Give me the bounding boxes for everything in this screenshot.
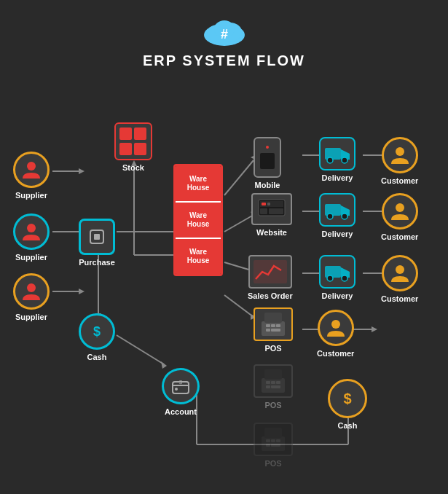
supplier-1: Supplier [13, 152, 50, 200]
pos-dim-2: POS [254, 423, 293, 468]
svg-text:$: $ [343, 391, 351, 407]
svg-point-100 [396, 147, 404, 156]
svg-point-94 [327, 213, 333, 219]
delivery-3: Delivery [319, 255, 355, 300]
svg-point-103 [331, 320, 340, 329]
stock-node: Stock [114, 122, 152, 172]
warehouse-column: Ware House Ware House Ware House [173, 164, 223, 276]
svg-rect-85 [276, 439, 280, 442]
svg-rect-80 [271, 385, 280, 388]
svg-text:$: $ [93, 324, 101, 339]
svg-rect-64 [262, 203, 266, 205]
page-title: ERP SYSTEM FLOW [143, 52, 305, 69]
svg-text:$: $ [179, 379, 183, 385]
warehouse-3: Ware House [176, 239, 221, 274]
pos-dim-1: POS [254, 364, 293, 409]
svg-rect-75 [264, 369, 282, 380]
svg-line-23 [224, 215, 254, 232]
mobile-node: Mobile [254, 137, 281, 189]
svg-point-95 [342, 213, 347, 219]
customer-pos: Customer [317, 310, 354, 358]
svg-marker-5 [79, 289, 85, 294]
svg-marker-44 [372, 326, 377, 332]
svg-rect-92 [325, 204, 341, 216]
svg-rect-96 [325, 266, 341, 278]
svg-point-99 [342, 275, 347, 281]
customer-3: Customer [381, 255, 418, 303]
svg-rect-87 [271, 444, 280, 447]
delivery-1: Delivery [319, 137, 355, 182]
svg-rect-83 [266, 439, 270, 442]
svg-point-91 [342, 157, 347, 163]
svg-rect-68 [264, 313, 282, 323]
svg-rect-70 [271, 324, 275, 327]
svg-rect-79 [266, 385, 270, 388]
svg-point-90 [327, 157, 333, 163]
svg-rect-62 [260, 208, 267, 214]
svg-rect-63 [269, 208, 283, 214]
svg-rect-72 [266, 329, 270, 332]
delivery-2: Delivery [319, 193, 355, 238]
warehouse-1: Ware House [176, 166, 221, 203]
svg-rect-69 [266, 324, 270, 327]
svg-point-52 [27, 283, 36, 292]
pos-active-node: POS [254, 307, 293, 353]
cash-right-node: $ Cash [328, 379, 367, 430]
svg-line-15 [117, 335, 164, 364]
svg-rect-54 [94, 234, 100, 240]
account-node: $ Account [162, 368, 200, 416]
website-node: Website [251, 193, 292, 237]
flow-arrows [0, 0, 448, 494]
svg-line-21 [224, 160, 254, 195]
svg-rect-71 [276, 324, 280, 327]
cash-left-node: $ Cash [79, 313, 115, 361]
svg-rect-77 [271, 381, 275, 384]
svg-rect-78 [276, 381, 280, 384]
warehouse-2: Ware House [176, 203, 221, 239]
customer-2: Customer [381, 193, 418, 241]
svg-rect-65 [267, 203, 270, 205]
svg-point-58 [175, 388, 178, 391]
svg-rect-86 [266, 444, 270, 447]
supplier-2: Supplier [13, 213, 50, 262]
svg-rect-88 [325, 148, 341, 160]
svg-marker-1 [79, 168, 85, 174]
svg-rect-73 [271, 329, 280, 332]
svg-point-51 [27, 224, 36, 232]
cloud-icon: # [203, 13, 246, 50]
purchase-node: Purchase [79, 219, 115, 267]
svg-rect-84 [271, 439, 275, 442]
svg-point-102 [396, 265, 404, 274]
svg-point-101 [396, 203, 404, 212]
supplier-3: Supplier [13, 273, 50, 321]
svg-point-98 [327, 275, 333, 281]
svg-text:#: # [220, 27, 227, 42]
salesorder-node: Sales Order [248, 255, 293, 300]
customer-1: Customer [381, 137, 418, 185]
svg-rect-82 [264, 428, 282, 438]
svg-rect-76 [266, 381, 270, 384]
svg-point-50 [27, 162, 36, 170]
erp-diagram: # ERP SYSTEM FLOW Supplier Supplier [0, 0, 448, 494]
